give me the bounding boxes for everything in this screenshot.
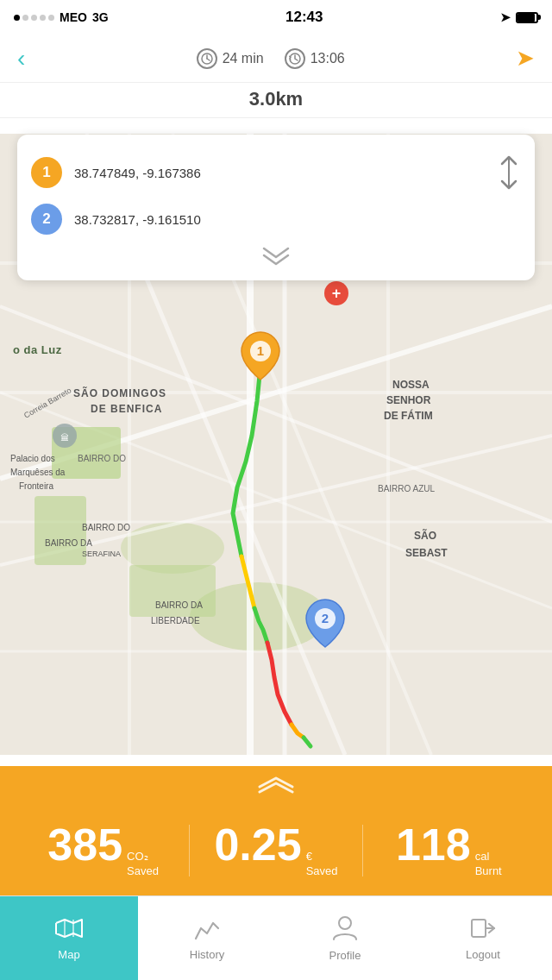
svg-text:SÃO: SÃO [414, 529, 436, 542]
point-1-coords: 38.747849, -9.167386 [74, 166, 485, 180]
network-label: 3G [92, 10, 109, 24]
route-panel: 1 38.747849, -9.167386 2 38.732817, -9.1… [17, 135, 535, 280]
navigate-button[interactable]: ➤ [516, 45, 535, 72]
svg-text:🏛: 🏛 [60, 433, 69, 443]
svg-text:2: 2 [322, 611, 329, 625]
expand-button[interactable] [31, 242, 521, 277]
svg-text:BAIRRO DA: BAIRRO DA [155, 600, 203, 610]
route-point-2: 2 38.732817, -9.161510 [31, 197, 521, 242]
svg-text:BAIRRO DO: BAIRRO DO [78, 454, 126, 463]
cal-stat: 118 cal Burnt [363, 822, 535, 879]
cal-value: 118 [396, 822, 471, 867]
svg-text:BAIRRO DO: BAIRRO DO [82, 523, 130, 532]
nav-center: 24 min 13:06 [197, 48, 345, 69]
svg-text:1: 1 [257, 343, 264, 358]
duration-value: 24 min [223, 51, 264, 66]
svg-text:+: + [332, 285, 342, 302]
route-point-1: 1 38.747849, -9.167386 [31, 148, 521, 197]
cal-unit2: Burnt [475, 864, 502, 879]
stats-panel[interactable]: 385 CO₂ Saved 0.25 € Saved 118 cal Burnt [0, 766, 552, 895]
signal-dots [14, 15, 54, 21]
tab-profile-label: Profile [329, 949, 361, 962]
stats-row: 385 CO₂ Saved 0.25 € Saved 118 cal Burnt [0, 806, 552, 895]
time-display: 12:43 [285, 9, 323, 26]
svg-text:NOSSA: NOSSA [392, 379, 430, 391]
svg-text:DE BENFICA: DE BENFICA [91, 403, 162, 415]
arrival-time: 13:06 [310, 51, 345, 66]
co2-unit1: CO₂ [127, 850, 159, 864]
euro-value: 0.25 [214, 822, 301, 867]
status-right: ➤ [500, 10, 538, 24]
svg-text:Marquêses da: Marquêses da [10, 468, 66, 477]
euro-labels: € Saved [306, 850, 338, 879]
svg-point-57 [339, 917, 351, 929]
time-stat: 13:06 [285, 48, 345, 69]
history-icon [194, 916, 220, 944]
logout-icon [470, 916, 496, 944]
signal-area: MEO 3G [14, 10, 109, 24]
distance-bar: 3.0km [0, 83, 552, 118]
distance-value: 3.0km [249, 88, 303, 110]
svg-text:SEBAST: SEBAST [405, 547, 448, 559]
tab-map[interactable]: Map [0, 896, 138, 980]
cal-unit1: cal [475, 850, 502, 864]
tab-logout-label: Logout [466, 948, 500, 961]
svg-rect-22 [34, 496, 86, 565]
svg-text:LIBERDADE: LIBERDADE [151, 616, 200, 625]
svg-text:SÃO DOMINGOS: SÃO DOMINGOS [73, 386, 166, 399]
svg-text:BAIRRO AZUL: BAIRRO AZUL [378, 484, 436, 493]
svg-text:Fronteira: Fronteira [19, 481, 53, 491]
map-icon [55, 916, 83, 944]
top-nav: ‹ 24 min 13:06 ➤ [0, 35, 552, 83]
stats-expand-icon [254, 775, 298, 799]
location-icon: ➤ [500, 10, 511, 24]
tab-profile[interactable]: Profile [276, 896, 414, 980]
svg-text:BAIRRO DA: BAIRRO DA [45, 538, 92, 548]
bottom-nav: Map History Profile Logout [0, 895, 552, 980]
svg-text:SENHOR: SENHOR [386, 394, 431, 406]
tab-history[interactable]: History [138, 896, 276, 980]
back-button[interactable]: ‹ [17, 45, 25, 72]
co2-stat: 385 CO₂ Saved [17, 822, 189, 879]
swap-button[interactable] [497, 155, 521, 190]
status-bar: MEO 3G 12:43 ➤ [0, 0, 552, 35]
svg-line-2 [207, 59, 210, 60]
tab-map-label: Map [58, 948, 79, 961]
profile-icon [333, 915, 357, 945]
point-1-badge: 1 [31, 157, 62, 188]
euro-unit1: € [306, 850, 338, 864]
co2-unit2: Saved [127, 864, 159, 879]
tab-history-label: History [190, 948, 224, 961]
svg-text:o da Luz: o da Luz [13, 343, 62, 356]
co2-value: 385 [47, 822, 122, 867]
co2-labels: CO₂ Saved [127, 850, 159, 879]
svg-text:SERAFINA: SERAFINA [82, 550, 121, 558]
duration-stat: 24 min [197, 48, 264, 69]
euro-stat: 0.25 € Saved [190, 822, 361, 879]
clock-icon [197, 48, 217, 69]
svg-text:DE FÁTIM: DE FÁTIM [384, 409, 433, 422]
tab-logout[interactable]: Logout [414, 896, 552, 980]
point-2-coords: 38.732817, -9.161510 [74, 212, 521, 227]
history-clock-icon [285, 48, 305, 69]
carrier-label: MEO [60, 10, 87, 24]
svg-rect-58 [472, 920, 486, 937]
svg-text:Palacio dos: Palacio dos [10, 454, 55, 463]
battery-icon [516, 12, 538, 23]
euro-unit2: Saved [306, 864, 338, 879]
point-2-badge: 2 [31, 204, 62, 235]
cal-labels: cal Burnt [475, 850, 502, 879]
